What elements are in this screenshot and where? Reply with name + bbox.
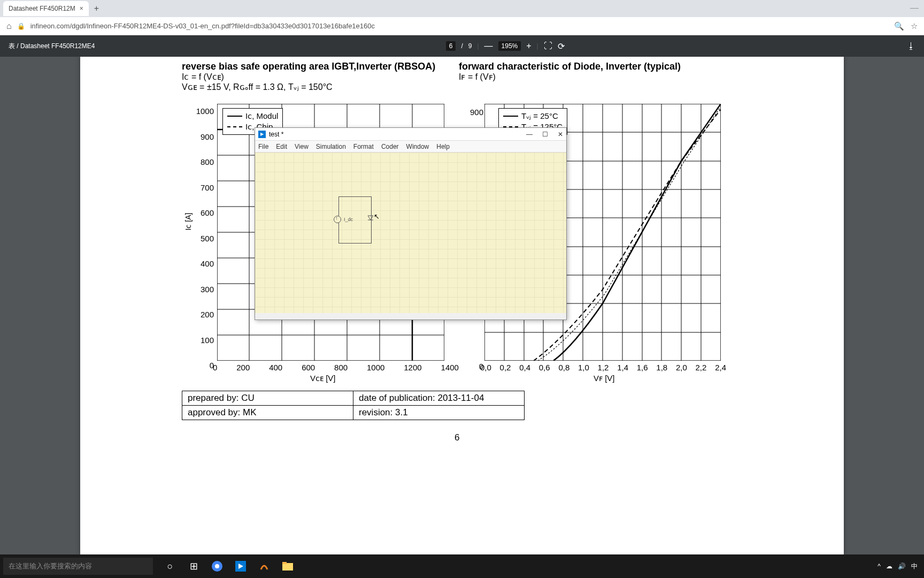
meta-date: date of publication: 2013-11-04 [353, 391, 525, 406]
menu-help[interactable]: Help [436, 143, 450, 150]
svg-marker-36 [368, 216, 373, 220]
search-placeholder: 在这里输入你要搜索的内容 [9, 561, 92, 571]
download-icon[interactable]: ⭳ [907, 41, 915, 51]
chart-left-xticks: 0200400600800100012001400 [213, 363, 459, 372]
maximize-icon[interactable]: ☐ [542, 131, 548, 138]
tray-chevron-icon[interactable]: ^ [877, 562, 881, 570]
zoom-level[interactable]: 195% [498, 41, 521, 51]
svg-point-39 [215, 564, 219, 568]
current-source-label: I_dc [344, 217, 353, 222]
tab-title: Datasheet FF450R12M [9, 5, 75, 12]
system-tray: ^ ☁ 🔊 中 [877, 562, 924, 571]
chart-left-xlabel: Vᴄᴇ [V] [310, 374, 336, 383]
close-icon[interactable]: × [80, 5, 83, 12]
meta-approved: approved by: MK [182, 406, 353, 420]
sim-title-text: test * [269, 131, 283, 138]
meta-rev: revision: 3.1 [353, 406, 525, 420]
menu-view[interactable]: View [295, 143, 309, 150]
home-icon[interactable]: ⌂ [6, 21, 12, 31]
chart-left-yticks: 10009008007006005004003002001000 [192, 98, 214, 378]
minimize-icon[interactable]: — [526, 131, 533, 138]
explorer-icon[interactable] [277, 556, 298, 577]
chart-right-title: forward characteristic of Diode, Inverte… [459, 61, 681, 72]
onedrive-icon[interactable]: ☁ [886, 562, 892, 570]
browser-tab[interactable]: Datasheet FF450R12M × [3, 1, 89, 16]
sim-app-icon: ▶ [258, 131, 266, 138]
chart-left-title: reverse bias safe operating area IGBT,In… [182, 61, 435, 72]
page-number: 6 [455, 432, 459, 443]
page-sep: / [461, 42, 463, 50]
zoom-icon[interactable]: 🔍 [894, 21, 904, 31]
cortana-icon[interactable]: ○ [159, 556, 181, 577]
pdf-title: 表 / Datasheet FF450R12ME4 [9, 42, 95, 51]
sim-titlebar[interactable]: ▶ test * — ☐ ✕ [255, 128, 566, 141]
pdf-toolbar: 表 / Datasheet FF450R12ME4 6 / 9 | — 195%… [0, 35, 924, 57]
volume-icon[interactable]: 🔊 [898, 562, 906, 570]
lock-icon: 🔒 [17, 22, 25, 30]
cursor-icon: ↖ [374, 212, 380, 220]
task-view-icon[interactable]: ⊞ [183, 556, 204, 577]
menu-format[interactable]: Format [353, 143, 374, 150]
menu-window[interactable]: Window [406, 143, 429, 150]
new-tab-button[interactable]: + [94, 4, 99, 13]
meta-prepared: prepared by: CU [182, 391, 353, 406]
menu-file[interactable]: File [258, 143, 268, 150]
address-bar: ⌂ 🔒 infineon.com/dgdl/Infineon-FF450R12M… [0, 17, 924, 35]
taskbar: 在这里输入你要搜索的内容 ○ ⊞ ^ ☁ 🔊 中 [0, 554, 924, 578]
menu-coder[interactable]: Coder [381, 143, 399, 150]
meta-table: prepared by: CUdate of publication: 2013… [182, 391, 525, 420]
chart-right-xlabel: Vꜰ [V] [594, 374, 615, 383]
current-source-block[interactable] [334, 216, 341, 223]
page-current[interactable]: 6 [446, 41, 456, 51]
chart-left-sub2: Vɢᴇ = ±15 V, Rɢₒff = 1.3 Ω, Tᵥⱼ = 150°C [182, 82, 333, 92]
chart-left-sub1: Iᴄ = f (Vᴄᴇ) [182, 72, 224, 82]
fit-width-icon[interactable]: ⛶ [544, 41, 552, 51]
browser-tab-strip: Datasheet FF450R12M × + — [0, 0, 924, 17]
svg-rect-43 [282, 562, 287, 564]
chrome-icon[interactable] [206, 556, 228, 577]
zoom-in-button[interactable]: + [526, 41, 531, 51]
menu-edit[interactable]: Edit [276, 143, 287, 150]
ime-icon[interactable]: 中 [911, 562, 918, 571]
taskbar-search[interactable]: 在这里输入你要搜索的内容 [3, 558, 153, 575]
simulation-window[interactable]: ▶ test * — ☐ ✕ File Edit View Simulation… [255, 127, 567, 320]
url-text[interactable]: infineon.com/dgdl/Infineon-FF450R12ME4-D… [30, 22, 889, 30]
menu-simulation[interactable]: Simulation [316, 143, 346, 150]
diode-block[interactable] [367, 215, 374, 223]
window-minimize-icon[interactable]: — [910, 3, 919, 13]
zoom-out-button[interactable]: — [484, 41, 493, 51]
svg-rect-42 [282, 563, 293, 571]
chart-right-sub1: Iꜰ = f (Vꜰ) [459, 72, 496, 82]
sim-menubar: File Edit View Simulation Format Coder W… [255, 141, 566, 153]
chart-right-xticks: 0,00,20,40,60,81,01,21,41,61,82,02,22,4 [480, 363, 726, 372]
chart-left-ylabel: Iᴄ [A] [184, 213, 192, 231]
matlab-icon[interactable] [253, 556, 275, 577]
bookmark-icon[interactable]: ☆ [911, 21, 918, 31]
close-icon[interactable]: ✕ [558, 131, 563, 138]
rotate-icon[interactable]: ⟳ [558, 41, 565, 51]
plecs-icon[interactable] [230, 556, 251, 577]
sim-canvas[interactable]: I_dc ↖ [255, 153, 566, 313]
page-total: 9 [468, 42, 472, 50]
